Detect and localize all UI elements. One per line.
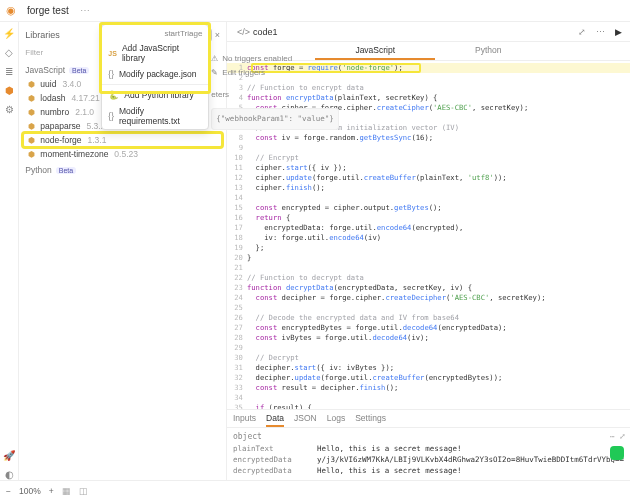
add-library-menu: startTriage JSAdd JavaScript library {}M… [101,24,209,130]
logo-icon: ◉ [6,4,16,17]
beta-badge: Beta [69,67,89,74]
warn-icon: ⚠ [211,52,218,66]
menu-modify-pkgjson[interactable]: {}Modify package.json [102,66,208,82]
package-icon: ⬢ [26,135,36,145]
more-icon[interactable]: ⋯ [80,5,90,16]
output-tab-data[interactable]: Data [266,413,284,427]
zoom-level: 100% [19,486,41,496]
rail-gear-icon[interactable]: ⚙ [5,104,14,115]
package-icon: ⬢ [26,121,36,131]
run-button[interactable]: ▶ [613,27,624,37]
code-icon: </> [237,27,250,37]
pencil-icon: ✎ [211,66,218,80]
lib-item-node-forge[interactable]: ⬢node-forge1.3.1 [23,133,222,147]
output-type: object [233,432,624,441]
js-icon: JS [108,50,117,57]
beta-badge: Beta [56,167,76,174]
output-row: encryptedDatay/j3/kVI6zWM7KkA/LBIj9VLKvb… [233,454,624,465]
menu-header: startTriage [102,25,208,40]
output-tab-settings[interactable]: Settings [355,413,386,427]
close-panel-icon[interactable]: × [215,30,220,40]
collapse-icon[interactable]: ⤢ [576,27,588,37]
lib-item-moment-timezone[interactable]: ⬢moment-timezone0.5.23 [23,147,222,161]
trigger-panel-partial: ⚠No triggers enabled ✎Edit triggers eter… [211,52,338,130]
package-icon: ⬢ [26,79,36,89]
rail-clock-icon[interactable]: ◐ [5,469,14,480]
libraries-heading: Libraries [25,30,60,40]
menu-add-py[interactable]: 🐍Add Python library [102,87,208,103]
output-tab-inputs[interactable]: Inputs [233,413,256,427]
rail-box-icon[interactable]: ⬢ [5,85,14,96]
rail-rocket-icon[interactable]: 🚀 [3,450,15,461]
output-panel: object plainTextHello, this is a secret … [227,427,630,480]
py-section-label: Python [25,165,51,175]
rail-db-icon[interactable]: ≣ [5,66,13,77]
output-row: plainTextHello, this is a secret message… [233,443,624,454]
zoom-in-button[interactable]: + [49,486,54,496]
zoom-out-button[interactable]: − [6,486,11,496]
lang-tab-py[interactable]: Python [435,42,541,60]
app-title[interactable]: forge test [22,2,74,19]
menu-modify-reqs[interactable]: {}Modify requirements.txt [102,103,208,129]
js-section-label: JavaScript [25,65,65,75]
output-more-icon[interactable]: ⋯ ⤢ [610,432,626,441]
package-icon: ⬢ [26,93,36,103]
rail-diamond-icon[interactable]: ◇ [5,47,13,58]
output-row: decryptedDataHello, this is a secret mes… [233,465,624,476]
more-icon[interactable]: ⋯ [594,27,607,37]
braces-icon: {} [108,69,114,79]
output-tab-logs[interactable]: Logs [327,413,345,427]
grid-icon[interactable]: ▦ [62,486,71,496]
python-icon: 🐍 [108,90,119,100]
tab-code1[interactable]: </> code1 [233,25,282,39]
assistant-badge-icon[interactable] [610,446,624,460]
braces-icon: {} [108,111,114,121]
rail-bolt-icon[interactable]: ⚡ [3,28,15,39]
menu-add-js[interactable]: JSAdd JavaScript library [102,40,208,66]
layout-icon[interactable]: ◫ [79,486,88,496]
package-icon: ⬢ [26,149,36,159]
output-tab-json[interactable]: JSON [294,413,317,427]
package-icon: ⬢ [26,107,36,117]
